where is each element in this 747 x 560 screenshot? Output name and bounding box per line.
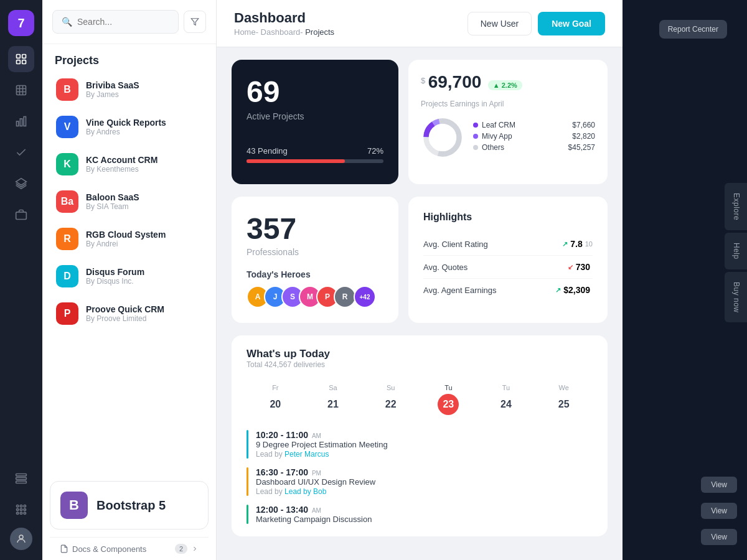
highlight-label: Avg. Agent Earnings: [423, 286, 497, 295]
search-box[interactable]: 🔍: [52, 10, 179, 34]
svg-point-17: [24, 508, 26, 510]
day-name: Sa: [307, 384, 360, 391]
event-lead: Lead by Lead by Bob: [256, 487, 375, 496]
new-goal-button[interactable]: New Goal: [538, 12, 605, 35]
sidebar-item-rgb[interactable]: R RGB Cloud System By Andrei: [50, 222, 209, 256]
sidebar-item-kc[interactable]: K KC Account CRM By Keenthemes: [50, 147, 209, 182]
event-item: 12:00 - 13:40 AM Marketing Campaign Disc…: [247, 505, 593, 524]
user-avatar[interactable]: [10, 528, 32, 550]
main-content: Dashboard Home- Dashboard- Projects New …: [217, 0, 622, 560]
view-button-3[interactable]: View: [701, 529, 737, 545]
highlights-title: Highlights: [423, 212, 593, 223]
right-tab-help[interactable]: Help: [725, 233, 747, 269]
user-number-avatar[interactable]: 7: [8, 10, 34, 36]
svg-point-16: [20, 508, 22, 510]
sidebar-item-baloon[interactable]: Ba Baloon SaaS By SIA Team: [50, 184, 209, 219]
progress-bar: [247, 159, 383, 163]
view-button-1[interactable]: View: [701, 477, 737, 493]
project-by-baloon: By SIA Team: [86, 202, 202, 211]
nav-icon-apps[interactable]: [8, 497, 34, 523]
day-cell-24[interactable]: Tu 24: [477, 379, 535, 420]
sidebar-item-briviba[interactable]: B Briviba SaaS By James: [50, 72, 209, 107]
nav-icon-dashboard[interactable]: [8, 46, 34, 72]
project-logo-rgb: R: [56, 228, 78, 250]
day-name: Fr: [249, 384, 302, 391]
pending-label: 43 Pending: [247, 146, 288, 156]
day-cell-25[interactable]: We 25: [535, 379, 593, 420]
calendar-title-area: What's up Today Total 424,567 deliveries: [247, 348, 330, 369]
project-info-vine: Vine Quick Reports By Andres: [86, 118, 202, 136]
heroes-more: +42: [354, 286, 376, 308]
breadcrumb-active: Projects: [305, 27, 334, 37]
sidebar-item-disqus[interactable]: D Disqus Forum By Disqus Inc.: [50, 259, 209, 294]
event-details: 10:20 - 11:00 AM 9 Degree Project Estima…: [256, 430, 388, 459]
right-tab-explore[interactable]: Explore: [725, 183, 747, 230]
svg-point-18: [17, 512, 19, 514]
project-logo-disqus: D: [56, 265, 78, 287]
nav-icon-chart[interactable]: [8, 108, 34, 134]
highlight-row: Avg. Client Rating ↗ 7.8 10: [423, 233, 593, 256]
page-title-area: Dashboard Home- Dashboard- Projects: [234, 10, 334, 37]
event-bar: [247, 505, 248, 524]
sidebar-search-area: 🔍: [42, 0, 216, 44]
event-ampm: AM: [312, 432, 321, 439]
nav-icon-briefcase[interactable]: [8, 202, 34, 228]
highlight-label: Avg. Client Rating: [423, 240, 488, 249]
project-by-kc: By Keenthemes: [86, 165, 202, 174]
project-by-disqus: By Disqus Inc.: [86, 277, 202, 286]
project-info-briviba: Briviba SaaS By James: [86, 80, 202, 99]
day-number: 21: [322, 394, 344, 415]
calendar-section: What's up Today Total 424,567 deliveries…: [232, 335, 608, 536]
svg-point-26: [426, 121, 459, 154]
filter-button[interactable]: [184, 11, 206, 33]
svg-rect-6: [20, 119, 22, 126]
highlight-label: Avg. Quotes: [423, 263, 467, 272]
right-tab-buy-now[interactable]: Buy now: [725, 272, 747, 323]
svg-marker-22: [191, 19, 199, 26]
day-cell-23[interactable]: Tu 23: [420, 379, 477, 420]
new-user-button[interactable]: New User: [467, 12, 532, 35]
project-name-briviba: Briviba SaaS: [86, 80, 202, 90]
event-lead-link[interactable]: Peter Marcus: [284, 450, 329, 459]
nav-icon-layers[interactable]: [8, 170, 34, 197]
project-info-rgb: RGB Cloud System By Andrei: [86, 230, 202, 248]
search-input[interactable]: [77, 17, 169, 27]
bootstrap-card[interactable]: B Bootstrap 5: [50, 481, 209, 530]
svg-rect-10: [16, 477, 27, 479]
event-ampm: AM: [312, 507, 321, 514]
day-cell-21[interactable]: Sa 21: [304, 379, 362, 420]
project-info-disqus: Disqus Forum By Disqus Inc.: [86, 267, 202, 286]
sidebar-item-proove[interactable]: P Proove Quick CRM By Proove Limited: [50, 296, 209, 331]
heroes-section: Today's Heroes AJSMPR+42: [247, 269, 383, 308]
legend-dot: [473, 123, 478, 128]
report-center-button[interactable]: Report Cecnter: [659, 20, 727, 39]
project-name-rgb: RGB Cloud System: [86, 230, 202, 240]
highlight-value: ↗ $2,309: [555, 285, 593, 295]
legend-label: Leaf CRM: [473, 121, 515, 129]
highlight-value: ↙ 730: [568, 262, 593, 272]
nav-icon-check[interactable]: [8, 139, 34, 166]
legend-label: Others: [473, 143, 504, 152]
day-number: 24: [496, 394, 517, 415]
sidebar-item-vine[interactable]: V Vine Quick Reports By Andres: [50, 110, 209, 144]
top-cards-row: 69 Active Projects 43 Pending 72% $ 69,7…: [232, 60, 608, 184]
event-lead-link[interactable]: Lead by Bob: [284, 487, 326, 496]
svg-point-12: [17, 505, 19, 507]
project-info-proove: Proove Quick CRM By Proove Limited: [86, 304, 202, 323]
project-name-baloon: Baloon SaaS: [86, 192, 202, 202]
nav-icon-settings[interactable]: [8, 465, 34, 492]
day-cell-20[interactable]: Fr 20: [247, 379, 304, 420]
view-button-2[interactable]: View: [701, 503, 737, 519]
active-projects-label: Active Projects: [247, 111, 383, 121]
day-cell-22[interactable]: Su 22: [362, 379, 420, 420]
highlight-row: Avg. Quotes ↙ 730: [423, 256, 593, 279]
earnings-label: Projects Earnings in April: [421, 100, 595, 108]
day-number: 25: [553, 394, 575, 415]
nav-icon-grid[interactable]: [8, 77, 34, 103]
events-list: 10:20 - 11:00 AM 9 Degree Project Estima…: [247, 430, 593, 524]
trend-up-icon: ↗: [562, 240, 568, 248]
project-logo-vine: V: [56, 116, 78, 138]
project-by-vine: By Andres: [86, 128, 202, 136]
event-bar: [247, 467, 248, 496]
docs-link[interactable]: Docs & Components 2: [50, 537, 209, 560]
